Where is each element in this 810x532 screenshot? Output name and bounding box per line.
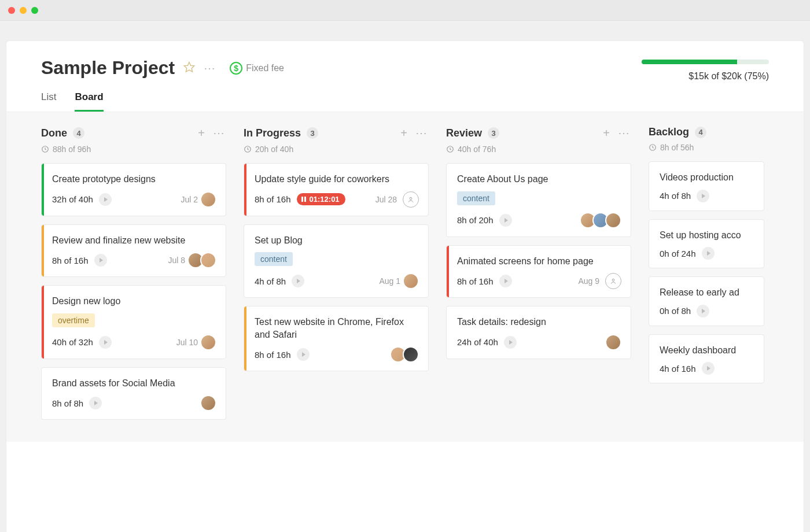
add-card-button[interactable]: + (197, 127, 206, 140)
column-menu-button[interactable]: ⋯ (212, 126, 226, 140)
star-icon[interactable] (183, 61, 196, 76)
svg-point-5 (612, 279, 614, 282)
card-assignees (609, 334, 621, 350)
board-column: Done4+⋯88h of 96hCreate prototype design… (41, 126, 226, 428)
task-card[interactable]: Set up Blogcontent4h of 8hAug 1 (244, 224, 429, 298)
play-button[interactable] (499, 214, 512, 227)
add-card-button[interactable]: + (602, 127, 611, 140)
task-card[interactable]: Design new logoovertime40h of 32hJul 10 (41, 285, 226, 359)
column-name: Backlog (649, 126, 689, 138)
card-hours: 8h of 8h (52, 398, 83, 408)
tab-list[interactable]: List (41, 91, 56, 112)
project-menu-button[interactable]: ⋯ (204, 61, 216, 75)
card-footer: 8h of 16hJul 8 (52, 252, 216, 268)
card-assignees (191, 252, 216, 268)
card-status-stripe (244, 306, 246, 371)
card-footer: 8h of 8h (52, 395, 216, 411)
task-card[interactable]: Review and finalize new website8h of 16h… (41, 224, 226, 278)
card-hours: 8h of 16h (255, 194, 291, 204)
card-timer[interactable]: 01:12:01 (297, 193, 345, 205)
card-assignees (204, 334, 216, 350)
avatar[interactable] (200, 334, 216, 350)
card-status-stripe (447, 246, 449, 298)
task-card[interactable]: Brand assets for Social Media8h of 8h (41, 367, 226, 420)
card-title: Set up Blog (255, 234, 419, 247)
column-menu-button[interactable]: ⋯ (617, 126, 631, 140)
avatar[interactable] (403, 273, 419, 289)
clock-icon (244, 145, 252, 153)
play-button[interactable] (99, 336, 112, 349)
avatar[interactable] (403, 346, 419, 363)
card-hours: 0h of 24h (660, 249, 696, 258)
clock-icon (649, 143, 657, 152)
card-hours: 8h of 16h (255, 350, 291, 360)
task-card[interactable]: Update style guide for coworkers8h of 16… (244, 163, 429, 216)
play-button[interactable] (99, 193, 112, 206)
card-hours: 40h of 32h (52, 337, 93, 347)
task-card[interactable]: Set up hosting acco0h of 24h (649, 219, 764, 269)
play-button[interactable] (292, 275, 304, 287)
column-hours: 20h of 40h (244, 145, 429, 154)
play-button[interactable] (504, 336, 517, 349)
card-title: Update style guide for coworkers (255, 173, 419, 186)
card-date: Aug 1 (379, 276, 400, 286)
tab-board[interactable]: Board (75, 91, 103, 112)
svg-marker-0 (184, 62, 194, 72)
play-button[interactable] (697, 305, 709, 317)
card-date: Jul 28 (375, 195, 397, 204)
card-hours: 24h of 40h (457, 337, 498, 347)
task-card[interactable]: Release to early ad0h of 8h (649, 276, 764, 326)
board-column: Review3+⋯40h of 76hCreate About Us pagec… (446, 126, 631, 428)
avatar[interactable] (200, 252, 216, 268)
card-title: Release to early ad (660, 286, 754, 299)
avatar[interactable] (605, 212, 621, 228)
card-tag: content (255, 252, 293, 266)
task-card[interactable]: Test new website in Chrome, Firefox and … (244, 306, 429, 371)
task-card[interactable]: Task details: redesign24h of 40h (446, 306, 631, 359)
task-card[interactable]: Videos production4h of 8h (649, 161, 764, 211)
window-close-icon[interactable] (8, 7, 15, 14)
window-zoom-icon[interactable] (31, 7, 38, 14)
card-footer: 8h of 20h (457, 212, 621, 228)
task-card[interactable]: Create About Us pagecontent8h of 20h (446, 163, 631, 237)
play-button[interactable] (89, 397, 102, 409)
task-card[interactable]: Animated screens for home page8h of 16hA… (446, 245, 631, 298)
column-menu-button[interactable]: ⋯ (414, 126, 429, 140)
play-button[interactable] (702, 247, 715, 260)
add-card-button[interactable]: + (399, 127, 408, 140)
project-title: Sample Project (41, 57, 175, 79)
card-date: Jul 2 (181, 195, 198, 204)
column-hours: 8h of 56h (649, 143, 764, 152)
column-header: In Progress3+⋯ (244, 126, 429, 140)
card-hours: 4h of 16h (660, 364, 696, 374)
card-footer: 4h of 8h (660, 190, 754, 202)
board-column: Backlog48h of 56hVideos production4h of … (649, 126, 764, 428)
avatar[interactable] (605, 334, 621, 350)
card-footer: 40h of 32hJul 10 (52, 334, 216, 350)
card-footer: 32h of 40hJul 2 (52, 191, 216, 208)
avatar[interactable] (200, 395, 216, 411)
card-hours: 4h of 8h (660, 191, 691, 201)
play-button[interactable] (702, 362, 715, 375)
play-button[interactable] (499, 275, 512, 287)
card-status-stripe (42, 225, 44, 277)
dollar-icon: $ (230, 62, 242, 75)
play-button[interactable] (697, 190, 709, 202)
card-footer: 0h of 8h (660, 305, 754, 317)
avatar[interactable] (200, 191, 216, 208)
unassigned-icon[interactable] (605, 273, 621, 289)
column-hours: 88h of 96h (41, 145, 226, 154)
card-footer: 4h of 8hAug 1 (255, 273, 419, 289)
window-minimize-icon[interactable] (20, 7, 27, 14)
clock-icon (41, 145, 49, 153)
card-title: Test new website in Chrome, Firefox and … (255, 316, 419, 341)
card-title: Create prototype designs (52, 173, 216, 186)
task-card[interactable]: Weekly dashboard4h of 16h (649, 334, 764, 384)
board-columns: Done4+⋯88h of 96hCreate prototype design… (41, 126, 804, 428)
play-button[interactable] (297, 348, 310, 361)
column-header: Review3+⋯ (446, 126, 631, 140)
task-card[interactable]: Create prototype designs32h of 40hJul 2 (41, 163, 226, 216)
unassigned-icon[interactable] (403, 191, 419, 208)
column-name: Done (41, 127, 67, 139)
play-button[interactable] (94, 254, 107, 267)
